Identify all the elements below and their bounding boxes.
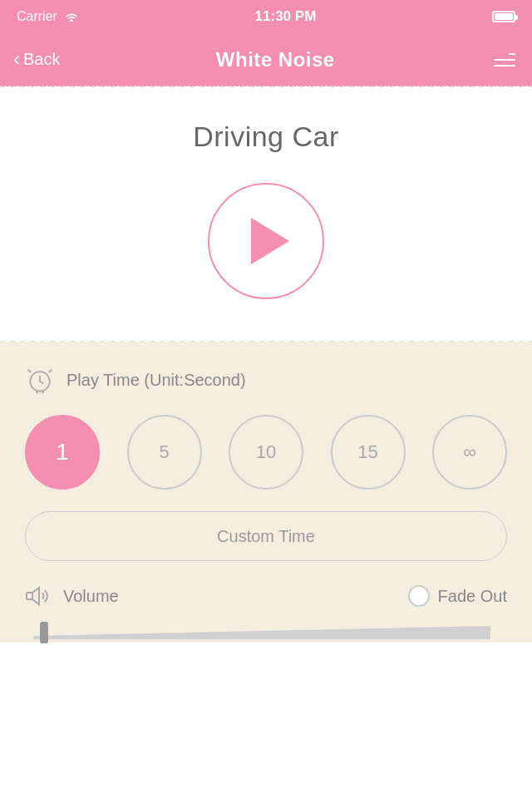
slider-track-svg — [25, 624, 507, 641]
svg-rect-1 — [27, 593, 32, 599]
play-time-label: Play Time (Unit:Second) — [66, 371, 246, 390]
status-time: 11:30 PM — [255, 8, 317, 25]
volume-header: Volume Fade Out — [25, 584, 507, 608]
volume-left: Volume — [25, 584, 119, 608]
battery-icon — [492, 11, 515, 22]
nav-bar: ‹ Back White Noise — [0, 33, 532, 86]
wifi-icon — [64, 10, 79, 24]
time-option-1[interactable]: 1 — [25, 415, 100, 490]
play-time-header: Play Time (Unit:Second) — [25, 365, 507, 395]
play-icon — [251, 218, 289, 264]
time-option-10[interactable]: 10 — [229, 415, 303, 490]
carrier-label: Carrier — [17, 9, 57, 24]
svg-marker-2 — [33, 626, 490, 639]
sound-title: Driving Car — [193, 121, 339, 153]
fade-out-label: Fade Out — [438, 587, 507, 606]
time-option-5[interactable]: 5 — [127, 415, 202, 490]
nav-title: White Noise — [216, 48, 335, 71]
back-label: Back — [23, 50, 60, 69]
status-bar-right — [492, 11, 515, 22]
time-option-infinity[interactable]: ∞ — [432, 415, 507, 490]
volume-icon — [25, 584, 52, 608]
bottom-panel: Play Time (Unit:Second) 1 5 10 15 ∞ Cust… — [0, 342, 532, 643]
menu-line-3 — [494, 65, 515, 66]
time-option-15[interactable]: 15 — [331, 415, 406, 490]
play-button[interactable] — [208, 183, 324, 299]
menu-line-1 — [509, 53, 515, 55]
menu-line-2 — [494, 59, 515, 61]
volume-slider-container[interactable] — [25, 623, 507, 643]
custom-time-button[interactable]: Custom Time — [25, 511, 507, 561]
main-content: Driving Car — [0, 87, 532, 341]
slider-thumb[interactable] — [40, 622, 48, 643]
back-button[interactable]: ‹ Back — [13, 50, 60, 69]
time-options: 1 5 10 15 ∞ — [25, 415, 507, 490]
fade-out-checkbox[interactable] — [408, 585, 430, 607]
menu-button[interactable] — [490, 50, 519, 70]
alarm-icon — [25, 365, 55, 395]
volume-label: Volume — [63, 587, 119, 606]
fade-out-control: Fade Out — [408, 585, 507, 607]
status-bar-left: Carrier — [17, 9, 79, 24]
status-bar: Carrier 11:30 PM — [0, 0, 532, 33]
back-chevron-icon: ‹ — [13, 49, 20, 69]
